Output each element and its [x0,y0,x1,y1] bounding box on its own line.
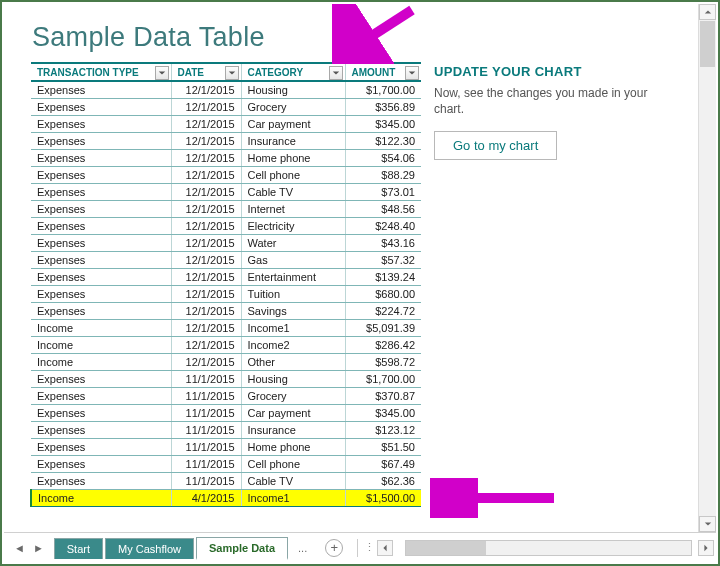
table-cell[interactable]: $356.89 [345,99,421,116]
drag-handle-icon[interactable]: ⋮ [364,541,375,554]
table-cell[interactable]: Expenses [31,439,171,456]
filter-icon[interactable] [329,66,343,80]
table-cell[interactable]: $680.00 [345,286,421,303]
table-row[interactable]: Expenses11/1/2015Housing$1,700.00 [31,371,421,388]
table-cell[interactable]: Expenses [31,405,171,422]
hscroll-left-button[interactable] [377,540,393,556]
table-cell[interactable]: Expenses [31,286,171,303]
table-cell[interactable]: $73.01 [345,184,421,201]
table-cell[interactable]: 11/1/2015 [171,388,241,405]
table-cell[interactable]: Expenses [31,218,171,235]
table-cell[interactable]: Home phone [241,150,345,167]
table-row[interactable]: Expenses12/1/2015Home phone$54.06 [31,150,421,167]
table-row[interactable]: Expenses12/1/2015Electricity$248.40 [31,218,421,235]
scroll-down-button[interactable] [699,516,716,532]
table-cell[interactable]: Expenses [31,184,171,201]
table-row[interactable]: Expenses11/1/2015Home phone$51.50 [31,439,421,456]
table-cell[interactable]: $1,700.00 [345,371,421,388]
col-header-date[interactable]: DATE [171,63,241,81]
table-cell[interactable]: Housing [241,81,345,99]
table-cell[interactable]: Expenses [31,473,171,490]
table-cell[interactable]: Expenses [31,388,171,405]
table-cell[interactable]: $345.00 [345,405,421,422]
sheet-tab-start[interactable]: Start [54,538,103,559]
table-cell[interactable]: 12/1/2015 [171,116,241,133]
table-cell[interactable]: Expenses [31,201,171,218]
table-cell[interactable]: $286.42 [345,337,421,354]
table-cell[interactable]: 12/1/2015 [171,286,241,303]
table-cell[interactable]: 12/1/2015 [171,320,241,337]
table-row[interactable]: Income12/1/2015Income2$286.42 [31,337,421,354]
table-cell[interactable]: 12/1/2015 [171,303,241,320]
table-row[interactable]: Expenses12/1/2015Internet$48.56 [31,201,421,218]
table-cell[interactable]: Income1 [241,320,345,337]
table-row[interactable]: Expenses11/1/2015Car payment$345.00 [31,405,421,422]
table-cell[interactable]: 11/1/2015 [171,473,241,490]
table-cell[interactable]: Income [31,354,171,371]
table-row[interactable]: Income12/1/2015Income1$5,091.39 [31,320,421,337]
table-cell[interactable]: Internet [241,201,345,218]
table-cell[interactable]: Income1 [241,490,345,507]
table-cell[interactable]: 4/1/2015 [171,490,241,507]
table-cell[interactable]: Expenses [31,422,171,439]
sheet-tab-sample-data[interactable]: Sample Data [196,537,288,560]
table-cell[interactable]: $345.00 [345,116,421,133]
table-cell[interactable]: Expenses [31,252,171,269]
table-cell[interactable]: Expenses [31,150,171,167]
go-to-chart-button[interactable]: Go to my chart [434,131,557,160]
table-cell[interactable]: $62.36 [345,473,421,490]
table-cell[interactable]: $248.40 [345,218,421,235]
table-cell[interactable]: 11/1/2015 [171,405,241,422]
table-cell[interactable]: Car payment [241,116,345,133]
horizontal-scrollbar[interactable] [405,540,692,556]
table-cell[interactable]: Home phone [241,439,345,456]
table-cell[interactable]: $1,500.00 [345,490,421,507]
table-cell[interactable]: $1,700.00 [345,81,421,99]
table-cell[interactable]: 12/1/2015 [171,337,241,354]
table-row[interactable]: Expenses11/1/2015Insurance$123.12 [31,422,421,439]
table-row[interactable]: Expenses11/1/2015Cell phone$67.49 [31,456,421,473]
table-row[interactable]: Expenses12/1/2015Cell phone$88.29 [31,167,421,184]
table-cell[interactable]: Income [31,320,171,337]
table-cell[interactable]: Expenses [31,456,171,473]
table-cell[interactable]: Expenses [31,269,171,286]
scroll-thumb[interactable] [700,21,715,67]
table-cell[interactable]: 11/1/2015 [171,371,241,388]
table-cell[interactable]: 12/1/2015 [171,252,241,269]
table-cell[interactable]: Expenses [31,116,171,133]
table-cell[interactable]: Cable TV [241,473,345,490]
table-row[interactable]: Expenses11/1/2015Cable TV$62.36 [31,473,421,490]
table-cell[interactable]: $598.72 [345,354,421,371]
table-cell[interactable]: 12/1/2015 [171,99,241,116]
table-cell[interactable]: Expenses [31,371,171,388]
table-cell[interactable]: $123.12 [345,422,421,439]
table-cell[interactable]: Savings [241,303,345,320]
table-cell[interactable]: $88.29 [345,167,421,184]
table-cell[interactable]: $51.50 [345,439,421,456]
tab-nav-prev-icon[interactable]: ◄ [14,542,25,554]
table-cell[interactable]: 12/1/2015 [171,354,241,371]
table-cell[interactable]: 12/1/2015 [171,235,241,252]
table-cell[interactable]: 11/1/2015 [171,439,241,456]
table-cell[interactable]: $122.30 [345,133,421,150]
table-cell[interactable]: $224.72 [345,303,421,320]
table-cell[interactable]: $5,091.39 [345,320,421,337]
table-cell[interactable]: Income [31,490,171,507]
scroll-up-button[interactable] [699,4,716,20]
table-cell[interactable]: Tuition [241,286,345,303]
table-cell[interactable]: $139.24 [345,269,421,286]
table-cell[interactable]: Insurance [241,422,345,439]
table-cell[interactable]: Expenses [31,133,171,150]
table-cell[interactable]: 12/1/2015 [171,218,241,235]
table-cell[interactable]: 12/1/2015 [171,184,241,201]
table-cell[interactable]: Cable TV [241,184,345,201]
table-cell[interactable]: Expenses [31,81,171,99]
filter-icon[interactable] [155,66,169,80]
table-cell[interactable]: Car payment [241,405,345,422]
vertical-scrollbar[interactable] [698,4,716,532]
tabs-overflow-button[interactable]: ... [290,538,315,558]
hscroll-thumb[interactable] [406,541,486,555]
table-cell[interactable]: 12/1/2015 [171,167,241,184]
table-cell[interactable]: Entertainment [241,269,345,286]
table-cell[interactable]: $67.49 [345,456,421,473]
